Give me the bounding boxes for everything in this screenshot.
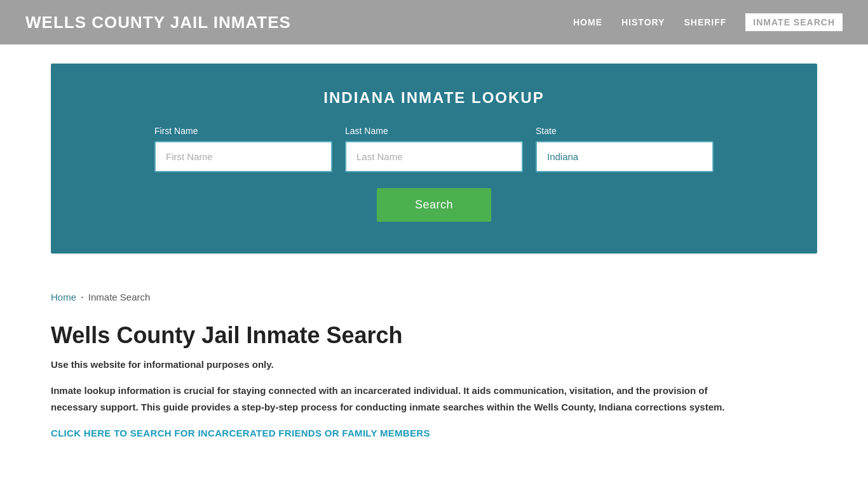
breadcrumb-current: Inmate Search bbox=[88, 292, 151, 302]
nav-home[interactable]: HOME bbox=[573, 17, 602, 27]
page-heading: Wells County Jail Inmate Search bbox=[51, 322, 817, 349]
main-content: Home • Inmate Search Wells County Jail I… bbox=[0, 273, 868, 464]
state-input[interactable] bbox=[536, 141, 714, 172]
search-btn-row: Search bbox=[102, 188, 766, 222]
breadcrumb-home-link[interactable]: Home bbox=[51, 292, 76, 302]
breadcrumb: Home • Inmate Search bbox=[51, 292, 817, 302]
last-name-label: Last Name bbox=[345, 126, 523, 136]
search-button[interactable]: Search bbox=[377, 188, 491, 222]
nav-sheriff[interactable]: SHERIFF bbox=[684, 17, 726, 27]
form-fields-row: First Name Last Name State bbox=[102, 126, 766, 172]
last-name-field: Last Name bbox=[345, 126, 523, 172]
banner-title: INDIANA INMATE LOOKUP bbox=[102, 89, 766, 107]
site-header: WELLS COUNTY JAIL INMATES HOME HISTORY S… bbox=[0, 0, 868, 44]
last-name-input[interactable] bbox=[345, 141, 523, 172]
nav-history[interactable]: HISTORY bbox=[621, 17, 665, 27]
disclaimer-text: Use this website for informational purpo… bbox=[51, 359, 817, 370]
cta-link[interactable]: CLICK HERE to Search for Incarcerated Fr… bbox=[51, 428, 430, 438]
search-banner: INDIANA INMATE LOOKUP First Name Last Na… bbox=[51, 64, 817, 254]
breadcrumb-separator: • bbox=[81, 294, 83, 300]
state-label: State bbox=[536, 126, 714, 136]
main-nav: HOME HISTORY SHERIFF INMATE SEARCH bbox=[573, 13, 843, 31]
first-name-label: First Name bbox=[154, 126, 332, 136]
nav-inmate-search[interactable]: INMATE SEARCH bbox=[745, 13, 843, 31]
site-title: WELLS COUNTY JAIL INMATES bbox=[25, 13, 291, 32]
first-name-field: First Name bbox=[154, 126, 332, 172]
state-field: State bbox=[536, 126, 714, 172]
first-name-input[interactable] bbox=[154, 141, 332, 172]
description-text: Inmate lookup information is crucial for… bbox=[51, 383, 750, 415]
